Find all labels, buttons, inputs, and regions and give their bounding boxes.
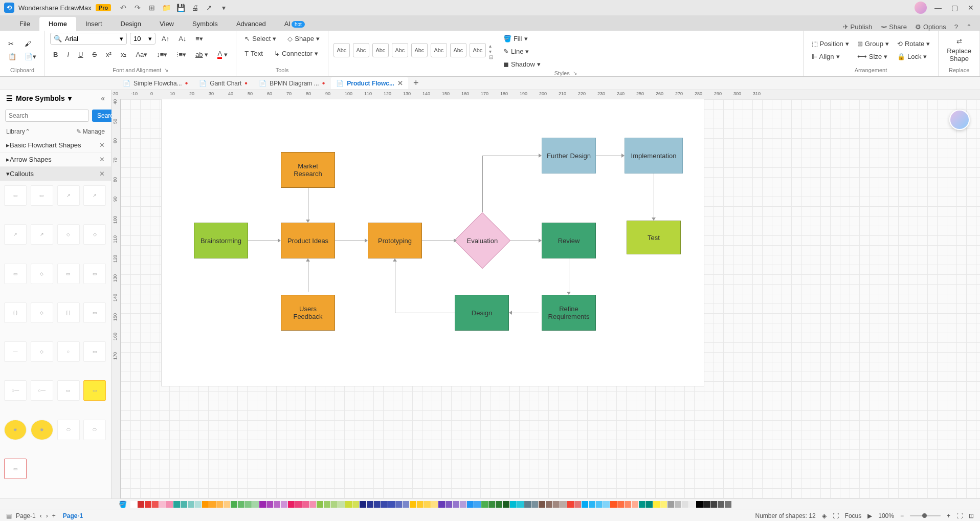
color-swatch[interactable] [510, 501, 517, 508]
color-swatch[interactable] [295, 501, 302, 508]
superscript-button[interactable]: x² [103, 48, 115, 61]
color-swatch[interactable] [331, 501, 338, 508]
font-family-select[interactable]: 🔍Arial▾ [50, 33, 127, 45]
color-swatch[interactable] [446, 501, 452, 508]
increase-font-button[interactable]: A↑ [159, 33, 172, 45]
connector[interactable] [510, 241, 539, 241]
color-swatch[interactable] [245, 501, 252, 508]
callout-shape[interactable]: ↗ [57, 185, 80, 206]
color-swatch[interactable] [395, 501, 402, 508]
color-swatch[interactable] [574, 501, 581, 508]
color-swatch[interactable] [653, 501, 660, 508]
color-swatch[interactable] [539, 501, 545, 508]
shape-review[interactable]: Review [542, 223, 596, 258]
color-swatch[interactable] [338, 501, 345, 508]
menu-file[interactable]: File [10, 17, 39, 31]
color-swatch[interactable] [281, 501, 287, 508]
color-swatch[interactable] [496, 501, 502, 508]
color-swatch[interactable] [596, 501, 603, 508]
connector-tool[interactable]: ↳Connector▾ [271, 48, 321, 59]
paragraph-align-button[interactable]: ≡▾ [192, 33, 206, 45]
styles-dialog-launcher[interactable]: ↘ [573, 70, 577, 76]
doctab-simple-flowchart[interactable]: 📄Simple Flowcha...• [118, 77, 193, 90]
menu-view[interactable]: View [150, 17, 183, 31]
color-swatch[interactable] [625, 501, 631, 508]
fill-button[interactable]: 🪣Fill▾ [500, 33, 544, 45]
collapse-sidebar-button[interactable]: « [101, 94, 105, 102]
remove-category-icon[interactable]: ✕ [99, 170, 105, 178]
font-color-button[interactable]: A▾ [214, 48, 231, 61]
color-swatch[interactable] [388, 501, 395, 508]
menu-ai[interactable]: AIhot [275, 17, 314, 31]
callout-shape[interactable]: ▭ [57, 264, 80, 284]
color-swatch[interactable] [567, 501, 574, 508]
menu-design[interactable]: Design [112, 17, 150, 31]
callout-shape[interactable]: ↗ [31, 224, 53, 245]
new-button[interactable]: ⊞ [148, 4, 156, 12]
redo-button[interactable]: ↷ [133, 4, 142, 12]
strikethrough-button[interactable]: S [89, 48, 100, 61]
color-swatch[interactable] [667, 501, 674, 508]
color-swatch[interactable] [224, 501, 230, 508]
callout-shape[interactable]: ○— [4, 380, 27, 401]
color-swatch[interactable] [181, 501, 187, 508]
text-tool[interactable]: TText [241, 48, 266, 59]
connector[interactable] [248, 241, 278, 241]
copy-button[interactable]: 📋 [5, 51, 19, 62]
color-swatch[interactable] [703, 501, 710, 508]
help-button[interactable]: ? [954, 23, 958, 31]
color-swatch[interactable] [646, 501, 653, 508]
color-swatch[interactable] [553, 501, 560, 508]
color-swatch[interactable] [259, 501, 266, 508]
color-swatch[interactable] [166, 501, 173, 508]
remove-category-icon[interactable]: ✕ [99, 156, 105, 163]
color-swatch[interactable] [689, 501, 696, 508]
category-callouts[interactable]: ▾ Callouts✕ [0, 167, 111, 181]
format-painter-button[interactable]: 🖌 [21, 38, 39, 50]
replace-shape-button[interactable]: ⇄Replace Shape [944, 35, 974, 64]
connector[interactable] [395, 262, 395, 313]
connector[interactable] [482, 156, 483, 212]
color-swatch[interactable] [324, 501, 330, 508]
connector[interactable] [335, 241, 365, 241]
color-swatch[interactable] [309, 501, 316, 508]
shape-test[interactable]: Test [627, 221, 681, 254]
color-swatch[interactable] [488, 501, 495, 508]
callout-shape[interactable]: ◇ [31, 341, 53, 362]
category-basic-flowchart[interactable]: ▸ Basic Flowchart Shapes✕ [0, 138, 111, 153]
color-swatch[interactable] [632, 501, 638, 508]
italic-button[interactable]: I [64, 48, 72, 61]
color-swatch[interactable] [467, 501, 474, 508]
callout-shape[interactable]: ◇ [57, 224, 80, 245]
group-button[interactable]: ⊞Group▾ [854, 38, 892, 50]
callout-shape[interactable]: ↗ [83, 185, 106, 206]
color-swatch[interactable] [138, 501, 144, 508]
paste-button[interactable]: 📄▾ [21, 51, 39, 62]
color-swatch[interactable] [582, 501, 588, 508]
callout-shape[interactable]: ⬭ [57, 420, 80, 440]
underline-button[interactable]: U [75, 48, 86, 61]
page-label[interactable]: Page-1 [16, 512, 36, 519]
color-swatch[interactable] [152, 501, 159, 508]
more-symbols-label[interactable]: More Symbols [16, 94, 65, 102]
connector[interactable] [654, 173, 654, 218]
color-swatch[interactable] [682, 501, 688, 508]
menu-insert[interactable]: Insert [76, 17, 112, 31]
color-swatch[interactable] [424, 501, 431, 508]
callout-sticky-note[interactable]: ▭ [83, 380, 106, 401]
export-button[interactable]: ↗ [205, 4, 213, 12]
color-swatch[interactable] [417, 501, 424, 508]
color-swatch[interactable] [302, 501, 309, 508]
color-swatch[interactable] [481, 501, 488, 508]
color-swatch[interactable] [345, 501, 352, 508]
color-swatch[interactable] [317, 501, 323, 508]
color-swatch[interactable] [660, 501, 667, 508]
page-tab-1[interactable]: Page-1 [60, 512, 86, 519]
callout-shape[interactable]: ▭ [57, 380, 80, 401]
color-swatch[interactable] [195, 501, 202, 508]
callout-shape[interactable]: ○ [57, 341, 80, 362]
share-button[interactable]: ⫘Share [880, 23, 907, 31]
callout-burst[interactable]: ✸ [31, 420, 53, 440]
color-swatch[interactable] [252, 501, 259, 508]
shape-brainstorming[interactable]: Brainstorming [194, 223, 248, 258]
